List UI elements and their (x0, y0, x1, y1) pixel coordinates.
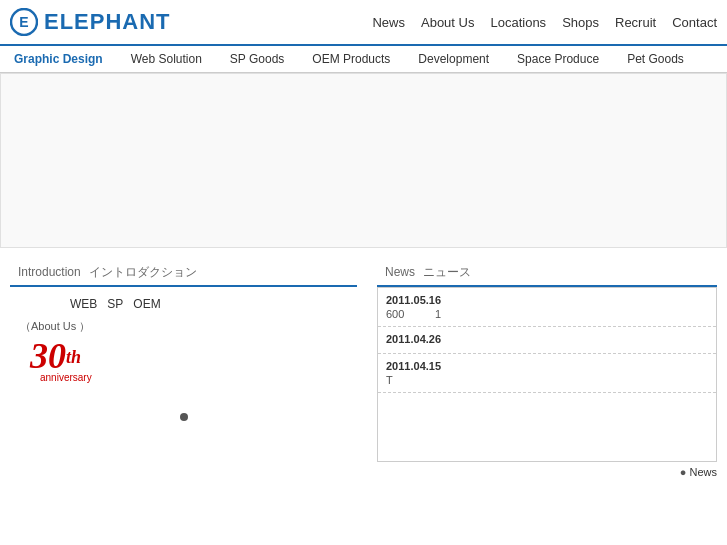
logo-text: ELEPHANT (44, 9, 171, 35)
intro-pagination (10, 413, 357, 421)
nav-shops[interactable]: Shops (562, 15, 599, 30)
introduction-title-text: Introduction (18, 265, 81, 279)
nav-about[interactable]: About Us (421, 15, 474, 30)
news-date-1: 2011.05.16 (386, 294, 708, 306)
news-section: Newsニュース 2011.05.16 600 1 2011.04.26 201… (377, 258, 717, 482)
subnav-graphic-design[interactable]: Graphic Design (0, 46, 117, 72)
news-text-1: 600 1 (386, 308, 708, 320)
svg-text:E: E (19, 14, 28, 30)
introduction-title-jp: イントロダクション (89, 265, 197, 279)
news-item-3: 2011.04.15 T (378, 354, 716, 393)
header: E ELEPHANT News About Us Locations Shops… (0, 0, 727, 46)
sub-nav: Graphic Design Web Solution SP Goods OEM… (0, 46, 727, 73)
news-more-area: News (377, 462, 717, 482)
main-nav: News About Us Locations Shops Recruit Co… (372, 15, 717, 30)
news-list[interactable]: 2011.05.16 600 1 2011.04.26 2011.04.15 T (377, 287, 717, 462)
about-us-label: （About Us ） (10, 319, 357, 334)
news-text-3: T (386, 374, 708, 386)
intro-sub-nav: WEB SP OEM (10, 297, 357, 311)
subnav-sp-goods[interactable]: SP Goods (216, 46, 298, 72)
nav-contact[interactable]: Contact (672, 15, 717, 30)
banner-area (0, 73, 727, 248)
introduction-title: Introductionイントロダクション (10, 258, 357, 287)
news-item-1: 2011.05.16 600 1 (378, 288, 716, 327)
subnav-pet-goods[interactable]: Pet Goods (613, 46, 698, 72)
nav-recruit[interactable]: Recruit (615, 15, 656, 30)
intro-content-area: （About Us ） 30th anniversary (10, 319, 357, 383)
news-title-jp: ニュース (423, 265, 471, 279)
dot-1[interactable] (180, 413, 188, 421)
subnav-development[interactable]: Development (404, 46, 503, 72)
anniversary-number: 30th (30, 338, 81, 374)
nav-locations[interactable]: Locations (490, 15, 546, 30)
news-title-text: News (385, 265, 415, 279)
intro-nav-sp[interactable]: SP (107, 297, 123, 311)
introduction-section: Introductionイントロダクション WEB SP OEM （About … (10, 258, 357, 482)
news-date-3: 2011.04.15 (386, 360, 708, 372)
news-date-2: 2011.04.26 (386, 333, 708, 345)
logo-icon: E (10, 8, 38, 36)
news-title: Newsニュース (377, 258, 717, 287)
subnav-space-produce[interactable]: Space Produce (503, 46, 613, 72)
logo[interactable]: E ELEPHANT (10, 8, 171, 36)
anniversary-word: anniversary (30, 372, 92, 383)
main-content: Introductionイントロダクション WEB SP OEM （About … (0, 248, 727, 482)
subnav-oem-products[interactable]: OEM Products (298, 46, 404, 72)
news-more-link[interactable]: News (680, 466, 717, 478)
news-item-2: 2011.04.26 (378, 327, 716, 354)
intro-nav-web[interactable]: WEB (70, 297, 97, 311)
subnav-web-solution[interactable]: Web Solution (117, 46, 216, 72)
anniversary-logo: 30th anniversary (10, 338, 357, 383)
intro-nav-oem[interactable]: OEM (133, 297, 160, 311)
nav-news[interactable]: News (372, 15, 405, 30)
